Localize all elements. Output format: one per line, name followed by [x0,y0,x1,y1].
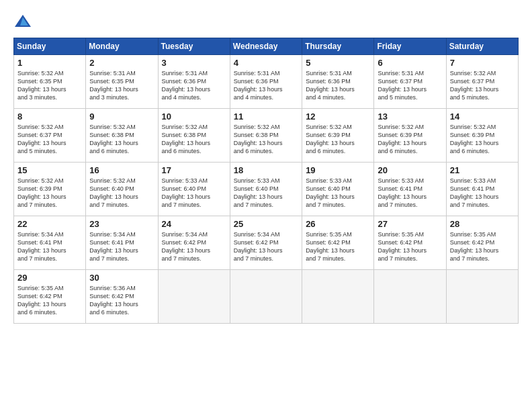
day-number: 10 [162,111,226,122]
day-number: 2 [89,58,154,68]
calendar-cell: 30Sunrise: 5:36 AM Sunset: 6:42 PM Dayli… [86,270,158,324]
page: SundayMondayTuesdayWednesdayThursdayFrid… [0,0,532,411]
calendar-cell: 24Sunrise: 5:34 AM Sunset: 6:42 PM Dayli… [158,216,230,270]
day-number: 20 [378,165,442,175]
day-number: 24 [162,219,226,229]
weekday-wednesday: Wednesday [230,38,302,55]
cell-info: Sunrise: 5:32 AM Sunset: 6:39 PM Dayligh… [17,177,82,210]
calendar-cell [302,270,374,324]
calendar-cell: 2Sunrise: 5:31 AM Sunset: 6:35 PM Daylig… [86,55,158,109]
day-number: 30 [89,273,154,283]
logo-icon [13,12,32,31]
calendar-cell: 22Sunrise: 5:34 AM Sunset: 6:41 PM Dayli… [14,216,86,270]
calendar-cell: 15Sunrise: 5:32 AM Sunset: 6:39 PM Dayli… [14,163,86,216]
calendar-cell [374,270,446,324]
cell-info: Sunrise: 5:35 AM Sunset: 6:42 PM Dayligh… [378,230,442,263]
calendar-cell: 23Sunrise: 5:34 AM Sunset: 6:41 PM Dayli… [86,216,158,270]
cell-info: Sunrise: 5:34 AM Sunset: 6:42 PM Dayligh… [234,230,298,263]
weekday-monday: Monday [86,38,158,55]
calendar-cell: 27Sunrise: 5:35 AM Sunset: 6:42 PM Dayli… [374,216,446,270]
cell-info: Sunrise: 5:35 AM Sunset: 6:42 PM Dayligh… [450,230,515,263]
calendar-cell: 12Sunrise: 5:32 AM Sunset: 6:39 PM Dayli… [302,109,374,163]
cell-info: Sunrise: 5:33 AM Sunset: 6:40 PM Dayligh… [162,177,226,210]
day-number: 11 [234,111,298,122]
calendar-week-4: 22Sunrise: 5:34 AM Sunset: 6:41 PM Dayli… [14,216,519,270]
calendar-cell: 21Sunrise: 5:33 AM Sunset: 6:41 PM Dayli… [446,163,518,216]
calendar-cell: 7Sunrise: 5:32 AM Sunset: 6:37 PM Daylig… [446,55,518,109]
day-number: 4 [234,58,298,68]
cell-info: Sunrise: 5:36 AM Sunset: 6:42 PM Dayligh… [89,284,154,317]
day-number: 21 [450,165,515,175]
day-number: 5 [306,58,370,68]
cell-info: Sunrise: 5:31 AM Sunset: 6:36 PM Dayligh… [306,69,370,102]
day-number: 25 [234,219,298,229]
calendar-cell: 20Sunrise: 5:33 AM Sunset: 6:41 PM Dayli… [374,163,446,216]
calendar-cell: 17Sunrise: 5:33 AM Sunset: 6:40 PM Dayli… [158,163,230,216]
weekday-sunday: Sunday [14,38,86,55]
cell-info: Sunrise: 5:32 AM Sunset: 6:39 PM Dayligh… [378,123,442,156]
weekday-thursday: Thursday [302,38,374,55]
cell-info: Sunrise: 5:32 AM Sunset: 6:35 PM Dayligh… [17,69,82,102]
cell-info: Sunrise: 5:31 AM Sunset: 6:36 PM Dayligh… [234,69,298,102]
calendar-cell: 14Sunrise: 5:32 AM Sunset: 6:39 PM Dayli… [446,109,518,163]
day-number: 6 [378,58,442,68]
weekday-tuesday: Tuesday [158,38,230,55]
calendar-week-5: 29Sunrise: 5:35 AM Sunset: 6:42 PM Dayli… [14,270,519,324]
cell-info: Sunrise: 5:31 AM Sunset: 6:35 PM Dayligh… [89,69,154,102]
calendar-cell: 25Sunrise: 5:34 AM Sunset: 6:42 PM Dayli… [230,216,302,270]
weekday-saturday: Saturday [446,38,518,55]
cell-info: Sunrise: 5:32 AM Sunset: 6:39 PM Dayligh… [306,123,370,156]
calendar-cell: 1Sunrise: 5:32 AM Sunset: 6:35 PM Daylig… [14,55,86,109]
day-number: 17 [162,165,226,175]
day-number: 29 [17,273,82,283]
logo [13,12,35,31]
calendar-cell: 6Sunrise: 5:31 AM Sunset: 6:37 PM Daylig… [374,55,446,109]
cell-info: Sunrise: 5:32 AM Sunset: 6:38 PM Dayligh… [89,123,154,156]
cell-info: Sunrise: 5:31 AM Sunset: 6:37 PM Dayligh… [378,69,442,102]
cell-info: Sunrise: 5:34 AM Sunset: 6:42 PM Dayligh… [162,230,226,263]
cell-info: Sunrise: 5:31 AM Sunset: 6:36 PM Dayligh… [162,69,226,102]
day-number: 22 [17,219,82,229]
day-number: 7 [450,58,515,68]
calendar-cell [446,270,518,324]
cell-info: Sunrise: 5:32 AM Sunset: 6:40 PM Dayligh… [89,177,154,210]
day-number: 8 [17,111,82,122]
day-number: 3 [162,58,226,68]
calendar-cell: 18Sunrise: 5:33 AM Sunset: 6:40 PM Dayli… [230,163,302,216]
cell-info: Sunrise: 5:35 AM Sunset: 6:42 PM Dayligh… [306,230,370,263]
cell-info: Sunrise: 5:33 AM Sunset: 6:41 PM Dayligh… [378,177,442,210]
weekday-friday: Friday [374,38,446,55]
cell-info: Sunrise: 5:34 AM Sunset: 6:41 PM Dayligh… [17,230,82,263]
calendar-cell: 9Sunrise: 5:32 AM Sunset: 6:38 PM Daylig… [86,109,158,163]
day-number: 19 [306,165,370,175]
day-number: 15 [17,165,82,175]
weekday-header-row: SundayMondayTuesdayWednesdayThursdayFrid… [14,38,519,55]
calendar-cell: 28Sunrise: 5:35 AM Sunset: 6:42 PM Dayli… [446,216,518,270]
calendar-cell: 10Sunrise: 5:32 AM Sunset: 6:38 PM Dayli… [158,109,230,163]
calendar-cell: 3Sunrise: 5:31 AM Sunset: 6:36 PM Daylig… [158,55,230,109]
cell-info: Sunrise: 5:33 AM Sunset: 6:41 PM Dayligh… [450,177,515,210]
calendar-table: SundayMondayTuesdayWednesdayThursdayFrid… [13,38,519,324]
day-number: 18 [234,165,298,175]
cell-info: Sunrise: 5:34 AM Sunset: 6:41 PM Dayligh… [89,230,154,263]
day-number: 16 [89,165,154,175]
calendar-cell: 16Sunrise: 5:32 AM Sunset: 6:40 PM Dayli… [86,163,158,216]
calendar-cell: 11Sunrise: 5:32 AM Sunset: 6:38 PM Dayli… [230,109,302,163]
cell-info: Sunrise: 5:33 AM Sunset: 6:40 PM Dayligh… [234,177,298,210]
day-number: 26 [306,219,370,229]
header [13,12,519,31]
calendar-cell: 5Sunrise: 5:31 AM Sunset: 6:36 PM Daylig… [302,55,374,109]
calendar-cell: 4Sunrise: 5:31 AM Sunset: 6:36 PM Daylig… [230,55,302,109]
calendar-week-1: 1Sunrise: 5:32 AM Sunset: 6:35 PM Daylig… [14,55,519,109]
calendar-cell: 13Sunrise: 5:32 AM Sunset: 6:39 PM Dayli… [374,109,446,163]
cell-info: Sunrise: 5:32 AM Sunset: 6:38 PM Dayligh… [162,123,226,156]
day-number: 9 [89,111,154,122]
calendar-cell: 29Sunrise: 5:35 AM Sunset: 6:42 PM Dayli… [14,270,86,324]
calendar-cell: 26Sunrise: 5:35 AM Sunset: 6:42 PM Dayli… [302,216,374,270]
day-number: 1 [17,58,82,68]
calendar-cell [158,270,230,324]
calendar-cell [230,270,302,324]
day-number: 27 [378,219,442,229]
day-number: 12 [306,111,370,122]
cell-info: Sunrise: 5:32 AM Sunset: 6:37 PM Dayligh… [17,123,82,156]
